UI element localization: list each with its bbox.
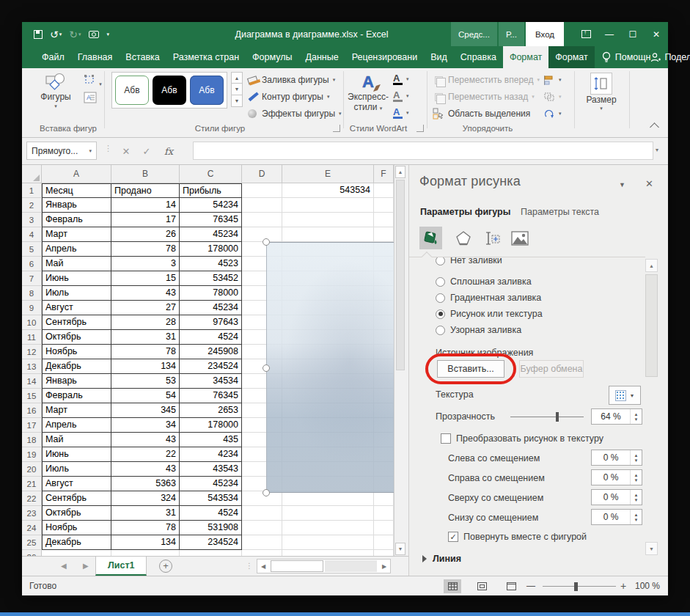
column-header-C[interactable]: C	[180, 165, 242, 183]
confirm-entry-icon[interactable]: ✓	[138, 143, 155, 159]
picture-icon[interactable]	[508, 227, 531, 249]
cell[interactable]: 134	[111, 359, 180, 374]
normal-view-icon[interactable]	[444, 579, 461, 593]
cell[interactable]	[180, 550, 242, 556]
undo-icon[interactable]: ↺▾	[50, 29, 62, 40]
cell[interactable]	[374, 213, 394, 227]
tab-shape-options[interactable]: Параметры фигуры	[420, 207, 510, 217]
row-header-14[interactable]: 14	[22, 374, 42, 389]
row-header-25[interactable]: 25	[22, 535, 42, 550]
cell[interactable]: 15	[111, 271, 180, 286]
cell[interactable]	[282, 491, 374, 506]
cell[interactable]: 4524	[180, 330, 242, 345]
row-header-7[interactable]: 7	[22, 271, 42, 286]
row-header-12[interactable]: 12	[22, 345, 42, 359]
cell[interactable]: 34	[111, 418, 180, 433]
cell[interactable]: Июль	[42, 286, 111, 301]
selected-picture-shape[interactable]	[266, 242, 394, 493]
cell[interactable]	[242, 521, 282, 535]
cell[interactable]: 53	[111, 374, 180, 389]
spinner-arrows-icon[interactable]: ▲▼	[630, 510, 642, 524]
cell[interactable]	[242, 213, 282, 227]
cell[interactable]: 345	[111, 403, 180, 418]
collapse-ribbon-icon[interactable]	[650, 122, 659, 132]
row-header-2[interactable]: 2	[22, 198, 42, 213]
row-header-26[interactable]: 26	[22, 550, 42, 556]
cell[interactable]	[374, 227, 394, 242]
cell[interactable]: Декабрь	[42, 535, 111, 550]
cell[interactable]	[242, 183, 282, 198]
row-header-8[interactable]: 8	[22, 286, 42, 301]
cell[interactable]	[374, 491, 394, 506]
cell[interactable]: Месяц	[42, 183, 111, 198]
cell[interactable]	[374, 198, 394, 213]
cell[interactable]	[282, 198, 374, 213]
cell[interactable]: 234524	[180, 359, 242, 374]
expand-formula-bar-icon[interactable]: ▾	[656, 147, 658, 153]
cell[interactable]: Февраль	[42, 213, 111, 227]
row-header-23[interactable]: 23	[22, 506, 42, 521]
ribbon-tab-help[interactable]: Справка	[454, 46, 503, 68]
vertical-scrollbar-thumb[interactable]	[396, 180, 405, 370]
cell[interactable]: Март	[42, 227, 111, 242]
fill-and-line-icon[interactable]	[419, 227, 442, 249]
cell[interactable]: 76345	[180, 389, 242, 403]
cell[interactable]: 134	[111, 535, 180, 550]
fill-option-solid[interactable]: Сплошная заливка	[436, 276, 532, 287]
shape-styles-dialog-launcher-icon[interactable]	[333, 125, 340, 132]
horizontal-scrollbar-thumb[interactable]	[271, 560, 323, 572]
cell[interactable]: 2653	[180, 403, 242, 418]
cell[interactable]	[242, 506, 282, 521]
clipboard-button[interactable]: Буфер обмена	[519, 360, 584, 378]
cell[interactable]	[282, 506, 374, 521]
cell[interactable]: 234524	[180, 535, 242, 550]
cell[interactable]: 76345	[180, 213, 242, 227]
pane-options-icon[interactable]: ▼	[619, 181, 625, 188]
cell[interactable]: Январь	[42, 198, 111, 213]
column-header-F[interactable]: F	[374, 165, 394, 183]
cell[interactable]	[282, 521, 374, 535]
ribbon-tab-formulas[interactable]: Формулы	[246, 46, 298, 68]
cell[interactable]: Август	[42, 301, 111, 315]
edit-shape-icon[interactable]: ▾	[84, 74, 102, 88]
cell[interactable]: 45234	[180, 477, 242, 491]
row-header-6[interactable]: 6	[22, 257, 42, 271]
cell[interactable]: 27	[111, 301, 180, 315]
cell[interactable]: 245908	[180, 345, 242, 359]
fill-option-pattern[interactable]: Узорная заливка	[436, 325, 521, 335]
cell[interactable]: 14	[111, 198, 180, 213]
shape-outline-button[interactable]: Контур фигуры▾	[246, 89, 329, 104]
cell[interactable]: 5363	[111, 477, 180, 491]
cell[interactable]: Июнь	[42, 271, 111, 286]
rotate-with-shape-checkbox[interactable]: ✓ Повернуть вместе с фигурой	[448, 532, 587, 542]
shape-effects-button[interactable]: Эффекты фигуры▾	[246, 106, 342, 121]
cell[interactable]: 324	[111, 491, 180, 506]
text-box-icon[interactable]: A	[84, 92, 97, 106]
gallery-down-icon[interactable]: ▼	[231, 84, 243, 95]
shape-style-3[interactable]: Абв	[190, 76, 224, 105]
cell[interactable]: 3	[111, 257, 180, 271]
zoom-slider[interactable]	[543, 586, 616, 587]
cell[interactable]: 34534	[180, 374, 242, 389]
share-button[interactable]: Поделиться	[650, 46, 690, 68]
cell[interactable]: Прибыль	[180, 183, 242, 198]
cell[interactable]: Июнь	[42, 447, 111, 462]
cell[interactable]: 31	[111, 506, 180, 521]
cell[interactable]: 43543	[180, 462, 242, 477]
transparency-spinner[interactable]: 64 % ▲▼	[591, 408, 642, 425]
insert-function-icon[interactable]: fx	[160, 143, 177, 159]
pane-scroll-up-icon[interactable]: ▲	[645, 259, 658, 272]
pane-scroll-down-icon[interactable]: ▼	[645, 542, 658, 555]
zoom-level[interactable]: 100 %	[635, 581, 660, 591]
size-properties-icon[interactable]	[482, 227, 504, 249]
shape-handle-bottom-left[interactable]	[263, 489, 270, 496]
cell[interactable]	[282, 535, 374, 550]
cell[interactable]	[374, 550, 394, 556]
align-button[interactable]: ▾	[544, 73, 562, 87]
redo-icon[interactable]: ↻▾	[69, 29, 81, 40]
page-break-view-icon[interactable]	[502, 579, 520, 593]
cell[interactable]: 543534	[282, 183, 374, 198]
zoom-in-icon[interactable]: +	[620, 580, 626, 592]
fill-option-picture-selected[interactable]: Рисунок или текстура	[436, 309, 543, 319]
row-header-9[interactable]: 9	[22, 301, 42, 315]
